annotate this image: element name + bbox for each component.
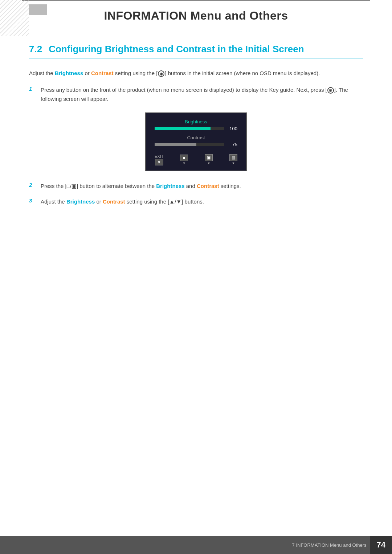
intro-text-middle: or: [83, 70, 91, 76]
osd-contrast-row: Contrast 75: [155, 135, 237, 147]
intro-brightness-label: Brightness: [55, 70, 83, 76]
step-3-number: 3: [29, 197, 36, 204]
osd-brightness-label: Brightness: [155, 119, 237, 124]
decorative-stripe: [0, 0, 29, 36]
step-3-text: Adjust the Brightness or Contrast settin…: [41, 197, 363, 206]
step-1-text-before: Press any button on the front of the pro…: [41, 87, 348, 102]
osd-contrast-track: [155, 143, 224, 146]
intro-text-before: Adjust the: [29, 70, 55, 76]
osd-btn-3-label: ▼: [232, 161, 235, 165]
osd-exit-group: EXIT ▼: [155, 154, 163, 165]
step-1-circle-icon: ◉: [327, 87, 334, 94]
step-3: 3 Adjust the Brightness or Contrast sett…: [29, 197, 363, 206]
page-header: INFORMATION Menu and Others: [22, 0, 370, 29]
osd-brightness-value: 100: [227, 126, 237, 131]
osd-container: Brightness 100 Contrast 75: [29, 112, 363, 171]
osd-brightness-bar-row: 100: [155, 126, 237, 131]
osd-contrast-label: Contrast: [155, 135, 237, 140]
decorative-block: [29, 4, 47, 15]
osd-contrast-bar-row: 75: [155, 142, 237, 147]
circle-dot-icon: ◉: [158, 70, 164, 77]
footer-page-number: 74: [370, 536, 392, 554]
osd-exit-label: EXIT: [155, 154, 163, 159]
step-2: 2 Press the [□/▣] button to alternate be…: [29, 181, 363, 191]
section-title: Configuring Brightness and Contrast in t…: [49, 44, 304, 55]
osd-btn-1-label: ▼: [183, 161, 186, 165]
osd-btn-2: ▣: [205, 154, 213, 161]
step-2-text: Press the [□/▣] button to alternate betw…: [41, 181, 363, 191]
osd-btn-group-3: ▤ ▼: [229, 154, 237, 165]
footer-text: 7 INFORMATION Menu and Others: [292, 542, 370, 548]
step-3-brightness-label: Brightness: [66, 198, 95, 205]
step-2-brightness-label: Brightness: [156, 183, 184, 189]
osd-contrast-value: 75: [227, 142, 237, 147]
osd-footer: EXIT ▼ ■ ▼ ▣ ▼ ▤ ▼: [155, 151, 237, 165]
main-content: 7.2 Configuring Brightness and Contrast …: [0, 29, 392, 242]
osd-btn-2-label: ▼: [207, 161, 211, 165]
section-number: 7.2: [29, 44, 42, 55]
step-1: 1 Press any button on the front of the p…: [29, 85, 363, 104]
osd-contrast-fill: [155, 143, 196, 146]
intro-text-after: setting using the [◉] buttons in the ini…: [114, 70, 320, 76]
section-heading: 7.2 Configuring Brightness and Contrast …: [29, 44, 363, 58]
osd-btn-group-1: ■ ▼: [180, 155, 188, 165]
step-2-number: 2: [29, 181, 36, 188]
osd-brightness-fill: [155, 127, 211, 130]
osd-exit-btn: ▼: [155, 159, 163, 165]
step-3-contrast-label: Contrast: [103, 198, 125, 205]
osd-btn-group-2: ▣ ▼: [205, 154, 213, 165]
intro-paragraph: Adjust the Brightness or Contrast settin…: [29, 69, 363, 78]
intro-contrast-label: Contrast: [91, 70, 114, 76]
page-title: INFORMATION Menu and Others: [22, 9, 370, 22]
osd-brightness-track: [155, 127, 224, 130]
step-1-text: Press any button on the front of the pro…: [41, 85, 363, 104]
osd-btn-1: ■: [180, 155, 188, 161]
step-2-contrast-label: Contrast: [197, 183, 219, 189]
page-footer: 7 INFORMATION Menu and Others 74: [0, 536, 392, 554]
osd-brightness-row: Brightness 100: [155, 119, 237, 131]
osd-screen: Brightness 100 Contrast 75: [145, 112, 247, 171]
step-1-number: 1: [29, 85, 36, 92]
osd-btn-3: ▤: [229, 154, 237, 161]
